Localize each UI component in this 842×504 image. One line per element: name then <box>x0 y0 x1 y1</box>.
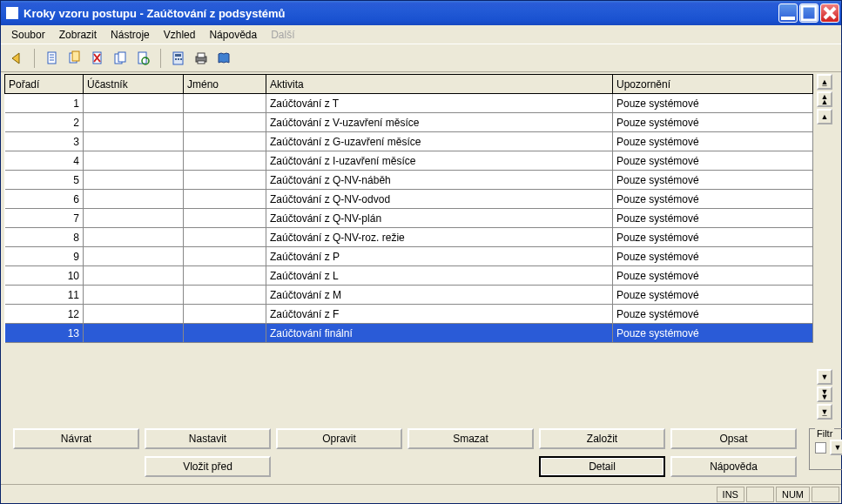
doc-delete-icon[interactable] <box>87 48 108 69</box>
table-row[interactable]: 10Zaúčtování z LPouze systémové <box>5 266 813 286</box>
cell-upozorneni[interactable]: Pouze systémové <box>613 324 813 343</box>
cell-aktivita[interactable]: Zaúčtování z V-uzavření měsíce <box>266 113 613 132</box>
cell-aktivita[interactable]: Zaúčtování z Q-NV-náběh <box>266 171 613 190</box>
titlebar[interactable]: Kroky vzoru postupu - Zaúčtování z podsy… <box>1 1 841 25</box>
cell-poradi[interactable]: 1 <box>5 94 84 113</box>
scroll-pageup-icon[interactable]: ▲▲ <box>817 91 832 107</box>
scroll-top-icon[interactable]: ▲_ <box>817 74 832 90</box>
cell-aktivita[interactable]: Zaúčtování z Q-NV-roz. režie <box>266 228 613 247</box>
calculator-icon[interactable] <box>168 48 189 69</box>
col-jmeno[interactable]: Jméno <box>184 75 266 94</box>
cell-poradi[interactable]: 10 <box>5 266 84 286</box>
data-grid[interactable]: Pořadí Účastník Jméno Aktivita Upozorněn… <box>4 74 813 420</box>
table-row[interactable]: 13Zaúčtování finálníPouze systémové <box>5 324 813 343</box>
cell-upozorneni[interactable]: Pouze systémové <box>613 113 813 132</box>
doc-insert-icon[interactable] <box>110 48 131 69</box>
cell-jmeno[interactable] <box>184 113 266 132</box>
filter-dropdown-icon[interactable]: ▼ <box>830 440 842 455</box>
cell-upozorneni[interactable]: Pouze systémové <box>613 151 813 171</box>
menu-zobrazit[interactable]: Zobrazit <box>52 27 104 43</box>
doc1-icon[interactable] <box>42 48 63 69</box>
zalozit-button[interactable]: Založit <box>539 428 665 449</box>
table-row[interactable]: 3Zaúčtování z G-uzavření měsícePouze sys… <box>5 132 813 151</box>
cell-upozorneni[interactable]: Pouze systémové <box>613 305 813 324</box>
vlozit-pred-button[interactable]: Vložit před <box>145 456 271 477</box>
smazat-button[interactable]: Smazat <box>408 428 534 449</box>
cell-poradi[interactable]: 11 <box>5 286 84 305</box>
cell-jmeno[interactable] <box>184 266 266 286</box>
menu-soubor[interactable]: Soubor <box>4 27 52 43</box>
cell-jmeno[interactable] <box>184 190 266 209</box>
filter-checkbox[interactable] <box>815 442 826 454</box>
cell-ucastnik[interactable] <box>84 94 184 113</box>
close-button[interactable] <box>820 3 839 23</box>
cell-aktivita[interactable]: Zaúčtování z F <box>266 305 613 324</box>
cell-upozorneni[interactable]: Pouze systémové <box>613 94 813 113</box>
cell-ucastnik[interactable] <box>84 209 184 228</box>
scroll-bottom-icon[interactable]: ▼_ <box>817 404 832 420</box>
cell-jmeno[interactable] <box>184 171 266 190</box>
cell-ucastnik[interactable] <box>84 305 184 324</box>
table-row[interactable]: 5Zaúčtování z Q-NV-náběhPouze systémové <box>5 171 813 190</box>
opravit-button[interactable]: Opravit <box>276 428 402 449</box>
cell-aktivita[interactable]: Zaúčtování z T <box>266 94 613 113</box>
cell-upozorneni[interactable]: Pouze systémové <box>613 190 813 209</box>
table-row[interactable]: 4Zaúčtování z I-uzavření měsícePouze sys… <box>5 151 813 171</box>
cell-upozorneni[interactable]: Pouze systémové <box>613 266 813 286</box>
cell-upozorneni[interactable]: Pouze systémové <box>613 209 813 228</box>
cell-poradi[interactable]: 12 <box>5 305 84 324</box>
cell-poradi[interactable]: 7 <box>5 209 84 228</box>
cell-aktivita[interactable]: Zaúčtování z P <box>266 247 613 266</box>
cell-poradi[interactable]: 13 <box>5 324 84 343</box>
doc-copy-icon[interactable] <box>64 48 85 69</box>
table-row[interactable]: 7Zaúčtování z Q-NV-plánPouze systémové <box>5 209 813 228</box>
cell-jmeno[interactable] <box>184 247 266 266</box>
cell-jmeno[interactable] <box>184 286 266 305</box>
minimize-button[interactable] <box>778 3 798 23</box>
table-row[interactable]: 1Zaúčtování z TPouze systémové <box>5 94 813 113</box>
cell-aktivita[interactable]: Zaúčtování z M <box>266 286 613 305</box>
opsat-button[interactable]: Opsat <box>670 428 797 449</box>
col-ucastnik[interactable]: Účastník <box>84 75 184 94</box>
cell-aktivita[interactable]: Zaúčtování z Q-NV-odvod <box>266 190 613 209</box>
cell-poradi[interactable]: 9 <box>5 247 84 266</box>
nastavit-button[interactable]: Nastavit <box>145 428 271 449</box>
cell-jmeno[interactable] <box>184 94 266 113</box>
cell-ucastnik[interactable] <box>84 190 184 209</box>
menu-vzhled[interactable]: Vzhled <box>157 27 203 43</box>
back-icon[interactable] <box>6 48 27 69</box>
cell-upozorneni[interactable]: Pouze systémové <box>613 171 813 190</box>
table-row[interactable]: 2Zaúčtování z V-uzavření měsícePouze sys… <box>5 113 813 132</box>
scroll-pagedown-icon[interactable]: ▼▼ <box>817 386 832 402</box>
cell-jmeno[interactable] <box>184 209 266 228</box>
print-icon[interactable] <box>191 48 212 69</box>
cell-poradi[interactable]: 6 <box>5 190 84 209</box>
cell-poradi[interactable]: 5 <box>5 171 84 190</box>
table-row[interactable]: 6Zaúčtování z Q-NV-odvodPouze systémové <box>5 190 813 209</box>
cell-aktivita[interactable]: Zaúčtování z L <box>266 266 613 286</box>
cell-ucastnik[interactable] <box>84 324 184 343</box>
cell-jmeno[interactable] <box>184 324 266 343</box>
cell-upozorneni[interactable]: Pouze systémové <box>613 132 813 151</box>
cell-jmeno[interactable] <box>184 305 266 324</box>
cell-aktivita[interactable]: Zaúčtování z Q-NV-plán <box>266 209 613 228</box>
cell-ucastnik[interactable] <box>84 171 184 190</box>
cell-ucastnik[interactable] <box>84 113 184 132</box>
cell-jmeno[interactable] <box>184 228 266 247</box>
table-row[interactable]: 9Zaúčtování z PPouze systémové <box>5 247 813 266</box>
col-aktivita[interactable]: Aktivita <box>266 75 613 94</box>
cell-poradi[interactable]: 8 <box>5 228 84 247</box>
cell-poradi[interactable]: 4 <box>5 151 84 171</box>
cell-upozorneni[interactable]: Pouze systémové <box>613 228 813 247</box>
scroll-up-icon[interactable]: ▲ <box>817 109 832 124</box>
maximize-button[interactable] <box>799 3 818 23</box>
cell-upozorneni[interactable]: Pouze systémové <box>613 286 813 305</box>
cell-aktivita[interactable]: Zaúčtování z G-uzavření měsíce <box>266 132 613 151</box>
cell-ucastnik[interactable] <box>84 286 184 305</box>
table-row[interactable]: 11Zaúčtování z MPouze systémové <box>5 286 813 305</box>
col-poradi[interactable]: Pořadí <box>5 75 84 94</box>
col-upozorneni[interactable]: Upozornění <box>613 75 813 94</box>
cell-upozorneni[interactable]: Pouze systémové <box>613 247 813 266</box>
cell-ucastnik[interactable] <box>84 266 184 286</box>
detail-button[interactable]: Detail <box>539 456 665 477</box>
